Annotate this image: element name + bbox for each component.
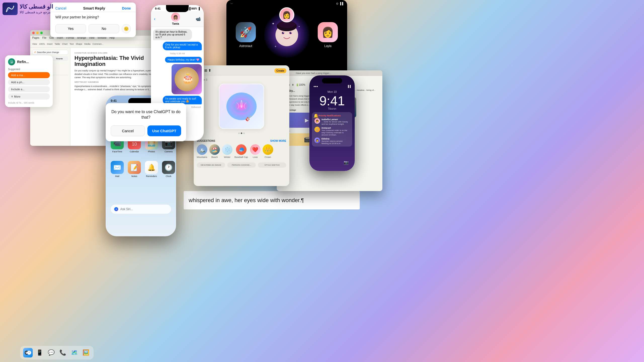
- svg-text:✦: ✦: [272, 22, 275, 26]
- rewrite-button[interactable]: Rewrite: [51, 56, 68, 61]
- back-button[interactable]: ‹: [154, 16, 155, 22]
- dialog-done-button[interactable]: Done: [122, 6, 131, 10]
- chatgpt-use-button[interactable]: Use ChatGPT: [147, 125, 181, 136]
- toolbar-insert[interactable]: Insert: [47, 43, 53, 45]
- suggestions-header: SUGGESTIONS SHOW MORE: [197, 140, 286, 142]
- app-reminders[interactable]: 🔔 Reminders: [145, 161, 158, 177]
- edwina-avatar: 👩: [314, 138, 320, 143]
- mail-label: Mail: [115, 175, 119, 177]
- toolbar-comment[interactable]: Commen...: [93, 43, 104, 45]
- lock-camera-icon[interactable]: 📷: [343, 159, 350, 166]
- toolbar-table[interactable]: Table: [55, 43, 60, 45]
- chip-love[interactable]: ❤️ Love: [250, 144, 261, 158]
- toolbar-shape[interactable]: Shape: [76, 43, 82, 45]
- pn-header: 🔔 Priority Notifications: [314, 114, 350, 117]
- ai-include-button[interactable]: Include a...: [8, 86, 50, 92]
- dock-launchpad[interactable]: 📱: [34, 347, 45, 358]
- close-button[interactable]: [32, 32, 35, 34]
- app-clock[interactable]: 🕐 Clock: [162, 161, 175, 177]
- msg-sent-2: Happy birthday, my dear! 🩷: [165, 57, 202, 63]
- layla-app[interactable]: 👩 Layla: [318, 22, 338, 48]
- toolbar-text[interactable]: Text: [69, 43, 74, 45]
- notif-edwina[interactable]: 👩 Edwina Summer interns arrived. Meeting…: [314, 138, 350, 145]
- chip-mountains[interactable]: 🏔️ Mountains: [197, 144, 207, 158]
- ai-writing-panel: Refin... Suggested Add a ma... Add a ph.…: [5, 55, 53, 107]
- chip-crown[interactable]: 👑 Crown: [263, 144, 273, 158]
- toolbar-media[interactable]: Media: [84, 43, 91, 45]
- ipad-dark-icons: ⊙ ▐▐: [336, 2, 343, 5]
- baseball-cap-label: Baseball Cap: [234, 156, 248, 158]
- ipad-generated-image: 🎸: [219, 84, 264, 129]
- lock-dynamic-island: [322, 78, 342, 83]
- msg-image: 🎂: [172, 64, 202, 94]
- svg-point-21: [26, 352, 27, 353]
- crown-icon: 👑: [263, 144, 273, 155]
- person-choose-pill[interactable]: PERSON CHOOSE...: [227, 162, 256, 168]
- contact-avatar[interactable]: 👩🏽: [171, 13, 180, 22]
- layla-icon: 👩: [318, 22, 338, 42]
- dialog-cancel-button[interactable]: Cancel: [55, 6, 66, 10]
- smart-reply-dialog: Cancel Smart Reply Done Will your partne…: [50, 3, 136, 37]
- notes-icon: 📝: [128, 161, 141, 174]
- chip-winter[interactable]: ❄️ Winter: [222, 144, 232, 158]
- chatgpt-cancel-button[interactable]: Cancel: [111, 125, 145, 136]
- dock-finder[interactable]: [23, 347, 33, 358]
- ipad-create-button[interactable]: Create: [274, 68, 286, 73]
- camera-label: Camera: [165, 150, 173, 153]
- dialog-yes-button[interactable]: Yes: [55, 24, 86, 33]
- app-notes[interactable]: 📝 Notes: [128, 161, 141, 177]
- svg-point-10: [283, 32, 284, 33]
- notes-label: Notes: [131, 175, 137, 177]
- dot-2-active[interactable]: [241, 132, 242, 134]
- mac-right-titlebar: Have you ever had a song trigger...: [277, 70, 382, 76]
- msg-timestamp: Today 5:38 AM: [153, 52, 202, 55]
- maximize-button[interactable]: [40, 32, 43, 34]
- grid-icon[interactable]: ⊞: [204, 68, 207, 72]
- describe-change-input[interactable]: ↺ Describe your change: [32, 50, 68, 55]
- instacart-message: Your Instacart order is on the way! Deli…: [321, 129, 350, 136]
- toolbar-view[interactable]: View: [32, 43, 37, 45]
- siri-bar[interactable]: ✦ Ask Siri...: [111, 205, 171, 214]
- dialog-emoji-button[interactable]: 🙂: [122, 24, 131, 33]
- notif-isabella[interactable]: 👩 Isabella Lamarr ... invite for dinner …: [314, 118, 350, 125]
- dock-photos[interactable]: 🖼️: [80, 347, 91, 358]
- dock-maps[interactable]: 🗺️: [69, 347, 79, 358]
- logo-area: الو قسطی کالا مرجع خرید قسطی کالا: [3, 3, 53, 15]
- app-mail[interactable]: ✉️ Mail: [111, 161, 124, 177]
- ipad-imagegen: ⌂ ← ⊞ ⬆ Create Section 3: [194, 65, 289, 186]
- baseball-cap-icon: 🧢: [236, 144, 247, 155]
- ai-footer: Include All Te... 585 words: [8, 102, 50, 104]
- beach-icon: 🏖️: [209, 144, 220, 155]
- chatgpt-buttons: Cancel Use ChatGPT: [111, 125, 181, 136]
- menu-pages[interactable]: Pages: [32, 36, 39, 39]
- dock-messages[interactable]: 💬: [46, 347, 56, 358]
- isabella-text: Isabella Lamarr ... invite for dinner wi…: [321, 118, 350, 125]
- minimize-button[interactable]: [36, 32, 39, 34]
- describe-image-pill[interactable]: DESCRIBE AN IMAGE: [197, 162, 225, 168]
- instacart-name: Instacart: [321, 127, 350, 129]
- birthday-image: 🎂: [172, 64, 202, 94]
- astronaut-app[interactable]: 🚀 Astronaut: [236, 22, 256, 48]
- msg-received-1: It's about an hour to Bolinas, so I'll p…: [153, 29, 192, 40]
- share-icon[interactable]: ⬆: [208, 68, 211, 72]
- dialog-no-button[interactable]: No: [89, 24, 119, 33]
- calendar-label: Calendar: [130, 150, 139, 153]
- dot-3[interactable]: [243, 132, 245, 134]
- dock-phone[interactable]: 📞: [57, 347, 68, 358]
- toolbar-chart[interactable]: Chart: [62, 43, 67, 45]
- ai-add-map-button[interactable]: Add a ma...: [8, 72, 50, 78]
- video-call-icon[interactable]: 📹: [196, 17, 201, 21]
- notif-instacart[interactable]: 🛒 Instacart Your Instacart order is on t…: [314, 127, 350, 136]
- ai-add-photo-button[interactable]: Add a ph...: [8, 79, 50, 85]
- ai-more-button[interactable]: ∨ More: [8, 93, 50, 100]
- clock-icon: 🕐: [162, 161, 175, 174]
- menu-file[interactable]: File: [42, 36, 46, 39]
- style-sketch-pill[interactable]: STYLE SKETCH: [258, 162, 286, 168]
- chip-baseball-cap[interactable]: 🧢 Baseball Cap: [234, 144, 248, 158]
- photos-label: Photos: [148, 150, 155, 153]
- mac-right-icon-share[interactable]: ⬆: [292, 83, 294, 87]
- instacart-text: Instacart Your Instacart order is on the…: [321, 127, 350, 136]
- chip-beach[interactable]: 🏖️ Beach: [209, 144, 220, 158]
- show-more-button[interactable]: SHOW MORE: [270, 140, 286, 142]
- dot-1[interactable]: [238, 132, 240, 134]
